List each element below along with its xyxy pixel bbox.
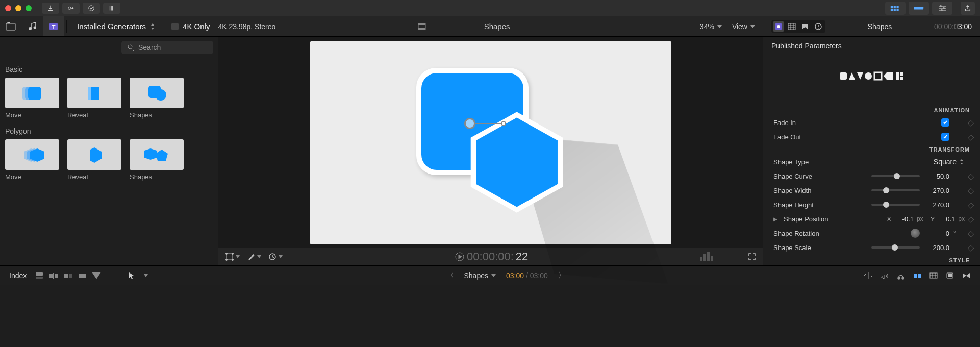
- chevron-down-icon[interactable]: [144, 274, 148, 277]
- svg-point-9: [940, 5, 942, 7]
- inspector-tab-video[interactable]: [786, 21, 797, 32]
- svg-point-44: [232, 259, 234, 261]
- svg-rect-60: [53, 273, 54, 279]
- svg-rect-4: [897, 6, 899, 8]
- svg-rect-8: [914, 7, 923, 10]
- svg-rect-58: [49, 274, 53, 278]
- timeline-toggle[interactable]: [909, 2, 929, 15]
- svg-rect-29: [88, 87, 91, 100]
- effects-icon[interactable]: [945, 271, 954, 280]
- keyword-button[interactable]: [62, 3, 80, 14]
- audio-skimming-icon[interactable]: [880, 271, 889, 280]
- 4k-only-checkbox[interactable]: [171, 23, 179, 30]
- section-style-title: STYLE: [763, 255, 980, 265]
- generator-basic-reveal[interactable]: Reveal: [67, 78, 121, 119]
- pos-x-value[interactable]: -0.1: [894, 215, 914, 223]
- search-input[interactable]: Search: [121, 41, 213, 54]
- skimming-icon[interactable]: [864, 271, 873, 280]
- browser-toggle[interactable]: [885, 2, 906, 15]
- chevron-down-icon[interactable]: [92, 271, 101, 280]
- media-tab-photos[interactable]: [0, 16, 21, 36]
- shape-height-slider[interactable]: [871, 204, 920, 206]
- generator-polygon-reveal[interactable]: Reveal: [67, 139, 121, 181]
- arrow-tool[interactable]: [128, 271, 136, 280]
- append-clip-icon[interactable]: [63, 271, 72, 280]
- snapping-icon[interactable]: [913, 271, 922, 280]
- fade-in-checkbox[interactable]: [941, 118, 949, 127]
- zoom-dropdown[interactable]: 34%: [700, 22, 722, 31]
- zoom-value: 34%: [700, 22, 714, 31]
- viewer-canvas[interactable]: [310, 41, 671, 244]
- shape-scale-slider[interactable]: [871, 246, 920, 249]
- insert-clip-icon[interactable]: [49, 271, 58, 280]
- solo-icon[interactable]: [896, 271, 906, 280]
- fullscreen-button[interactable]: [748, 253, 756, 261]
- svg-rect-7: [897, 9, 899, 11]
- svg-rect-2: [891, 6, 893, 8]
- svg-rect-62: [69, 274, 72, 278]
- thumb-label: Reveal: [67, 111, 121, 119]
- filmstrip-icon: [418, 23, 426, 30]
- shape-curve-slider[interactable]: [871, 175, 920, 177]
- shape-type-select[interactable]: Square: [934, 158, 964, 166]
- minimize-window[interactable]: [15, 5, 21, 11]
- transform-handle[interactable]: [464, 118, 506, 129]
- svg-point-42: [232, 253, 234, 255]
- fade-out-checkbox[interactable]: [941, 133, 949, 141]
- media-tab-titles[interactable]: T: [43, 16, 64, 36]
- rotation-dial[interactable]: [911, 229, 920, 238]
- close-window[interactable]: [5, 5, 11, 11]
- svg-rect-27: [28, 87, 41, 100]
- svg-point-0: [68, 7, 71, 9]
- search-icon: [128, 44, 134, 51]
- generator-polygon-shapes[interactable]: Shapes: [130, 139, 184, 181]
- thumb-label: Move: [5, 111, 59, 119]
- clip-appearance-icon[interactable]: [929, 271, 938, 280]
- generator-basic-move[interactable]: Move: [5, 78, 59, 119]
- param-shape-curve: Shape Curve 50.0 ◇: [763, 169, 980, 183]
- 4k-only-toggle[interactable]: 4K Only: [171, 22, 210, 31]
- generator-polygon-move[interactable]: Move: [5, 139, 59, 181]
- view-label: View: [732, 22, 747, 31]
- param-shape-position: ▶ Shape Position X -0.1 px Y 0.1 px ◇: [763, 212, 980, 226]
- shape-width-slider[interactable]: [871, 189, 920, 191]
- prev-edit-button[interactable]: 〈: [447, 271, 454, 280]
- import-button[interactable]: [42, 3, 59, 14]
- generator-basic-shapes[interactable]: Shapes: [130, 78, 184, 119]
- transitions-icon[interactable]: [962, 271, 971, 280]
- pos-y-value[interactable]: 0.1: [938, 215, 955, 223]
- generators-dropdown-label: Installed Generators: [77, 22, 146, 31]
- inspector-tab-info[interactable]: [799, 21, 811, 32]
- svg-rect-68: [930, 273, 937, 278]
- svg-marker-39: [476, 118, 558, 207]
- timeline-index-button[interactable]: Index: [9, 271, 27, 280]
- background-tasks-button[interactable]: [83, 3, 100, 14]
- render-button[interactable]: [103, 3, 120, 14]
- category-polygon-title: Polygon: [5, 127, 213, 135]
- section-animation-title: ANIMATION: [763, 105, 980, 115]
- svg-marker-48: [849, 72, 855, 80]
- svg-marker-35: [90, 147, 102, 163]
- param-shape-type: Shape Type Square: [763, 155, 980, 169]
- thumb-label: Shapes: [130, 111, 184, 119]
- inspector-toggle[interactable]: [932, 2, 952, 15]
- disclosure-icon[interactable]: ▶: [773, 216, 777, 222]
- svg-point-14: [34, 26, 36, 29]
- thumb-label: Reveal: [67, 173, 121, 181]
- inspector-tab-generator[interactable]: [773, 21, 784, 32]
- zoom-window[interactable]: [26, 5, 32, 11]
- view-dropdown[interactable]: View: [732, 22, 755, 31]
- window-titlebar: [0, 0, 980, 16]
- connect-clip-icon[interactable]: [35, 271, 44, 280]
- generators-dropdown[interactable]: Installed Generators: [69, 22, 163, 31]
- svg-rect-63: [79, 274, 86, 278]
- enhance-tool[interactable]: [247, 253, 261, 261]
- svg-rect-47: [840, 72, 847, 80]
- media-tab-audio[interactable]: [21, 16, 43, 36]
- transform-tool[interactable]: [225, 253, 240, 261]
- overwrite-clip-icon[interactable]: [78, 271, 87, 280]
- inspector-tab-share[interactable]: [813, 21, 824, 32]
- timeline-title[interactable]: Shapes: [464, 271, 496, 280]
- share-button[interactable]: [961, 2, 975, 15]
- retime-tool[interactable]: [268, 253, 283, 261]
